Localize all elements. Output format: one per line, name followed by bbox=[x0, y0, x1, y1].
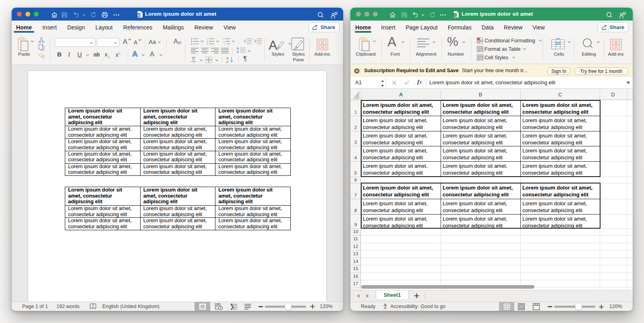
svg-text:X: X bbox=[454, 13, 456, 17]
svg-text:W: W bbox=[137, 13, 141, 17]
svg-text:1: 1 bbox=[222, 38, 224, 40]
svg-text:Z: Z bbox=[226, 60, 228, 63]
svg-text:1: 1 bbox=[207, 38, 208, 40]
svg-text:A: A bbox=[226, 56, 229, 60]
svg-text:i: i bbox=[224, 43, 225, 45]
svg-text:3: 3 bbox=[207, 43, 208, 45]
